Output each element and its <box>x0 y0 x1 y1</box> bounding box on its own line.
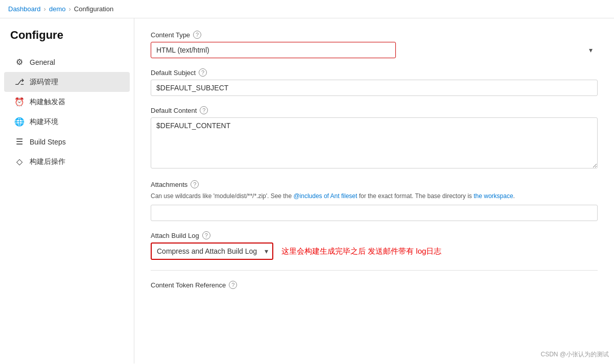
attachments-group: Attachments ? Can use wildcards like 'mo… <box>151 180 598 221</box>
attachments-label: Attachments ? <box>151 180 598 188</box>
attachments-hint: Can use wildcards like 'module/dist/**/*… <box>151 191 598 201</box>
sidebar-item-source-label: 源码管理 <box>30 78 58 87</box>
sidebar-item-general[interactable]: ⚙ General <box>4 52 130 72</box>
source-icon: ⎇ <box>14 77 25 87</box>
content-type-chevron-icon: ▾ <box>589 46 593 54</box>
content-type-select[interactable]: HTML (text/html) Plain Text (text/plain) <box>151 42 396 58</box>
default-content-textarea[interactable]: $DEFAULT_CONTENT <box>151 117 598 168</box>
sidebar-item-env-label: 构建环境 <box>30 117 58 127</box>
breadcrumb-current: Configuration <box>74 5 113 13</box>
attach-build-log-select-wrapper: No Attach Build Log Compress and Attach … <box>151 242 273 260</box>
attach-build-log-label: Attach Build Log ? <box>151 231 598 239</box>
sidebar: Configure ⚙ General ⎇ 源码管理 ⏰ 构建触发器 🌐 构建环… <box>0 18 134 363</box>
attachments-help-icon[interactable]: ? <box>191 180 199 188</box>
sidebar-item-general-label: General <box>30 58 55 66</box>
default-content-help-icon[interactable]: ? <box>200 106 208 114</box>
breadcrumb-dashboard[interactable]: Dashboard <box>8 5 41 13</box>
sidebar-item-trigger[interactable]: ⏰ 构建触发器 <box>4 92 130 112</box>
content-type-group: Content Type ? HTML (text/html) Plain Te… <box>151 31 598 58</box>
content-type-select-wrapper: HTML (text/html) Plain Text (text/plain)… <box>151 42 598 58</box>
sidebar-item-trigger-label: 构建触发器 <box>30 98 65 107</box>
annotation-text: 这里会构建生成完毕之后 发送邮件带有 log日志 <box>281 247 441 256</box>
watermark: CSDN @小张认为的测试 <box>540 350 609 359</box>
sidebar-item-buildsteps[interactable]: ☰ Build Steps <box>4 132 130 152</box>
attach-build-log-help-icon[interactable]: ? <box>202 231 210 239</box>
content-type-label: Content Type ? <box>151 31 598 39</box>
default-subject-help-icon[interactable]: ? <box>199 68 207 77</box>
attach-build-log-row: No Attach Build Log Compress and Attach … <box>151 242 598 260</box>
general-icon: ⚙ <box>14 57 25 67</box>
sidebar-item-postbuild-label: 构建后操作 <box>30 157 65 166</box>
postbuild-icon: ◇ <box>14 157 25 166</box>
content-type-help-icon[interactable]: ? <box>193 31 201 39</box>
sidebar-item-source[interactable]: ⎇ 源码管理 <box>4 72 130 92</box>
default-subject-input[interactable] <box>151 80 598 96</box>
attach-build-log-group: Attach Build Log ? No Attach Build Log C… <box>151 231 598 260</box>
divider <box>151 270 598 271</box>
attachments-input[interactable] <box>151 205 598 221</box>
sidebar-item-postbuild[interactable]: ◇ 构建后操作 <box>4 152 130 172</box>
trigger-icon: ⏰ <box>14 97 25 107</box>
default-subject-label: Default Subject ? <box>151 68 598 77</box>
content-token-help-icon[interactable]: ? <box>229 281 237 289</box>
breadcrumb-demo[interactable]: demo <box>49 5 66 13</box>
sidebar-item-buildsteps-label: Build Steps <box>30 138 66 146</box>
env-icon: 🌐 <box>14 117 25 127</box>
sidebar-item-env[interactable]: 🌐 构建环境 <box>4 112 130 132</box>
content-token-label: Content Token Reference ? <box>151 281 598 289</box>
breadcrumb: Dashboard › demo › Configuration <box>0 0 614 18</box>
buildsteps-icon: ☰ <box>14 137 25 147</box>
ant-fileset-link[interactable]: @includes of Ant fileset <box>293 192 357 200</box>
attach-build-log-select[interactable]: No Attach Build Log Compress and Attach … <box>151 242 273 260</box>
workspace-link[interactable]: the workspace <box>474 192 513 200</box>
main-content: Content Type ? HTML (text/html) Plain Te… <box>134 18 614 363</box>
default-content-label: Default Content ? <box>151 106 598 114</box>
default-content-group: Default Content ? $DEFAULT_CONTENT <box>151 106 598 170</box>
content-token-group: Content Token Reference ? <box>151 281 598 289</box>
default-subject-group: Default Subject ? <box>151 68 598 96</box>
sidebar-title: Configure <box>0 29 134 52</box>
